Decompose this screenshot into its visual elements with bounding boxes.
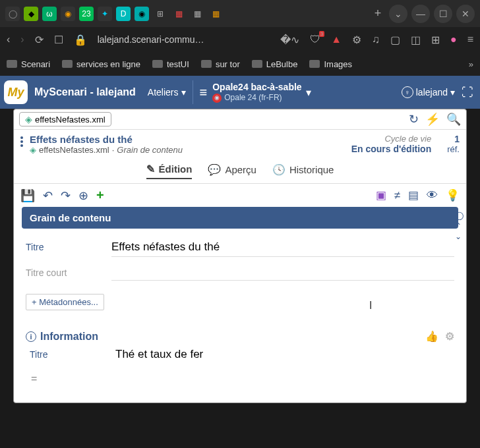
tab-apercu[interactable]: 💬Aperçu: [208, 163, 256, 179]
bookmark-item[interactable]: testUI: [152, 59, 189, 69]
info-titre-input[interactable]: Thé et taux de fer: [115, 348, 450, 364]
chevron-down-icon: ▾: [181, 87, 186, 98]
window-close-icon[interactable]: ✕: [456, 5, 475, 23]
warning-icon[interactable]: ▲: [331, 34, 342, 45]
gear-icon[interactable]: ⚙: [445, 330, 454, 343]
titre-input[interactable]: Effets néfastes du thé: [111, 240, 454, 257]
redo-icon[interactable]: ↷: [61, 188, 71, 203]
save-icon[interactable]: 💾: [20, 188, 35, 203]
info-icon: i: [26, 331, 36, 342]
profile-icon[interactable]: ●: [450, 34, 457, 45]
target-icon[interactable]: ⊕: [78, 188, 88, 203]
url-text[interactable]: lalejand.scenari-commu…: [98, 34, 204, 45]
menu-icon[interactable]: ≡: [467, 34, 473, 45]
window-minimize-icon[interactable]: —: [411, 5, 430, 23]
ateliers-dropdown[interactable]: Ateliers ▾: [148, 87, 186, 98]
down-icon: ⌄: [455, 232, 464, 241]
bookmark-item[interactable]: Scenari: [7, 59, 50, 69]
user-icon: ♀: [402, 86, 413, 98]
document-info: Effets néfastes du thé ◈ effetsNefastes.…: [14, 130, 466, 159]
tab-icon[interactable]: ω: [42, 7, 57, 21]
add-icon[interactable]: +: [96, 188, 104, 203]
extension-icon[interactable]: ⚙: [352, 34, 361, 46]
music-icon[interactable]: ♫: [372, 34, 380, 45]
tab-icon[interactable]: ◉: [61, 7, 75, 21]
clock-icon: 🕓: [272, 163, 285, 176]
fullscreen-icon[interactable]: ⛶: [462, 86, 473, 99]
chevron-down-icon: ▾: [450, 87, 455, 98]
window-maximize-icon[interactable]: ☐: [434, 5, 452, 23]
bookmark-item[interactable]: LeBulbe: [252, 59, 298, 69]
tab-icon[interactable]: ▦: [171, 7, 186, 21]
information-section: i Information 👍 ⚙ Titre Thé et taux de f…: [22, 330, 458, 385]
divider: [193, 80, 193, 104]
tab-icon[interactable]: ✦: [98, 7, 112, 21]
file-tab[interactable]: ◈ effetsNefastes.xml: [19, 112, 111, 126]
user-menu[interactable]: ♀lalejand ▾: [402, 86, 455, 98]
reload-icon[interactable]: ⟳: [35, 34, 44, 46]
titre-court-input[interactable]: [111, 266, 454, 281]
shield-icon[interactable]: 🛡3: [310, 34, 320, 45]
tab-icon[interactable]: ◆: [24, 7, 38, 21]
chevron-down-icon[interactable]: ▾: [306, 86, 311, 99]
field-label: Titre: [30, 348, 115, 364]
tab-icon[interactable]: D: [116, 7, 131, 21]
browser-titlebar: ◯ ◆ ω ◉ 23 ✦ D ◉ ⊞ ▦ ▦ ▦ + ⌄ — ☐ ✕: [0, 0, 480, 27]
new-tab-button[interactable]: +: [371, 7, 385, 21]
bolt-icon[interactable]: ⚡: [425, 112, 440, 126]
wallet-icon[interactable]: ▢: [390, 34, 400, 46]
bookmark-item[interactable]: Images: [309, 59, 352, 69]
hamburger-icon[interactable]: ≡: [200, 85, 208, 100]
back-icon[interactable]: ‹: [7, 34, 10, 45]
tab-icon[interactable]: ▦: [190, 7, 204, 21]
document-title: Effets néfastes du thé: [30, 134, 351, 145]
eye-icon[interactable]: 👁: [427, 189, 438, 202]
app-logo[interactable]: My: [4, 80, 28, 104]
bookmarks-overflow-icon[interactable]: »: [469, 59, 473, 69]
history-icon[interactable]: ↻: [409, 112, 419, 126]
bookmark-icon[interactable]: ☐: [54, 34, 63, 46]
browser-navbar: ‹ › ⟳ ☐ 🔒 lalejand.scenari-commu… �∿ 🛡3 …: [0, 27, 480, 52]
bookmark-item[interactable]: sur tor: [201, 59, 240, 69]
field-info-titre: Titre Thé et taux de fer: [26, 348, 454, 364]
purple-box-icon[interactable]: ▣: [376, 188, 386, 202]
lock-icon: 🔒: [74, 34, 87, 46]
tab-icon[interactable]: ⊞: [153, 7, 167, 21]
bookmark-item[interactable]: services en ligne: [62, 59, 140, 69]
tab-icon[interactable]: ▦: [208, 7, 223, 21]
download-icon[interactable]: ◫: [411, 34, 421, 46]
app-header: My MyScenari - lalejand Ateliers ▾ ≡ Opa…: [0, 76, 480, 109]
file-tab-label: effetsNefastes.xml: [35, 115, 105, 125]
info-section-title: Information: [40, 331, 98, 343]
bulb-icon[interactable]: 💡: [446, 188, 460, 202]
tab-icon[interactable]: ◉: [135, 7, 149, 21]
app-title: MyScenari - lalejand: [34, 86, 136, 98]
file-tab-row: ◈ effetsNefastes.xml ↻ ⚡ 🔍: [14, 109, 466, 130]
document-path: ◈ effetsNefastes.xml · Grain de contenu: [30, 145, 351, 155]
history-icon[interactable]: ⊞: [431, 34, 440, 46]
field-label: Titre court: [26, 266, 111, 281]
scroll-indicators[interactable]: ◯ ⌃ ⌄: [455, 211, 464, 241]
metadata-button[interactable]: + Métadonnées...: [26, 294, 104, 310]
tab-edition[interactable]: ✎Édition: [146, 163, 193, 179]
list-icon[interactable]: ▤: [408, 188, 419, 202]
window-dropdown-icon[interactable]: ⌄: [389, 5, 407, 23]
forward-icon[interactable]: ›: [20, 34, 24, 45]
view-tabs: ✎Édition 💬Aperçu 🕓Historique: [14, 159, 466, 184]
content-area: ◈ effetsNefastes.xml ↻ ⚡ 🔍 Effets néfast…: [13, 109, 467, 403]
circle-icon: ◯: [455, 211, 464, 220]
search-icon[interactable]: 🔍: [446, 112, 461, 126]
tab-icon[interactable]: 23: [79, 7, 94, 21]
tab-icon[interactable]: ◯: [5, 7, 20, 21]
tab-historique[interactable]: 🕓Historique: [272, 163, 334, 179]
field-titre: Titre Effets néfastes du thé: [22, 240, 458, 257]
bookmarks-bar: Scenari services en ligne testUI sur tor…: [0, 52, 480, 76]
section-header: Grain de contenu: [22, 207, 458, 229]
not-equal-icon[interactable]: ≠: [394, 189, 400, 202]
share-icon[interactable]: �∿: [280, 34, 299, 46]
editor-toolbar: 💾 ↶ ↷ ⊕ + ▣ ≠ ▤ 👁 💡: [14, 184, 466, 207]
workspace-selector[interactable]: Opale24 bac-à-sable ◉Opale 24 (fr-FR): [212, 81, 301, 103]
undo-icon[interactable]: ↶: [43, 188, 53, 203]
drag-handle-icon[interactable]: [20, 134, 23, 155]
thumb-icon[interactable]: 👍: [425, 330, 438, 343]
